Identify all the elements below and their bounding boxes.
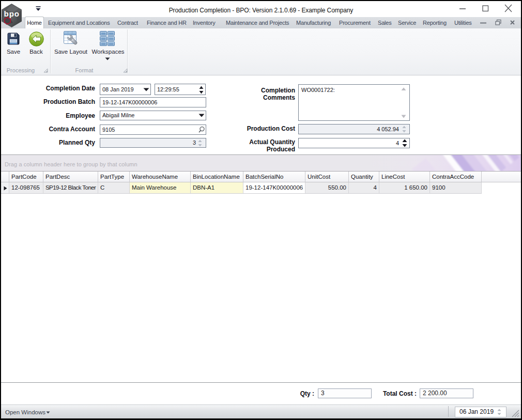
svg-text:bpo: bpo xyxy=(4,9,20,18)
